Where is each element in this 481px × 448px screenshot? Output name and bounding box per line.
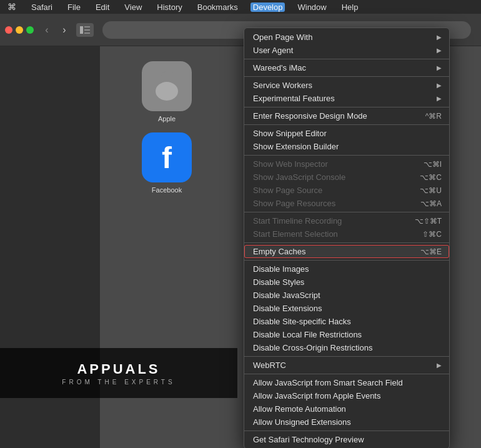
browser-window: ‹ › Apple xyxy=(0,14,481,448)
watermark-tagline: FROM THE EXPERTS xyxy=(62,379,175,386)
traffic-lights xyxy=(5,26,34,34)
menu-show-extension-builder[interactable]: Show Extension Builder xyxy=(244,140,449,153)
menu-disable-styles[interactable]: Disable Styles xyxy=(244,276,449,289)
menubar: ⌘ Safari File Edit View History Bookmark… xyxy=(0,0,481,14)
menu-disable-extensions[interactable]: Disable Extensions xyxy=(244,302,449,315)
forward-button[interactable]: › xyxy=(57,23,71,37)
divider-3 xyxy=(244,107,449,107)
divider-4 xyxy=(244,124,449,125)
menu-show-page-resources[interactable]: Show Page Resources ⌥⌘A xyxy=(244,197,449,210)
menu-start-element-selection[interactable]: Start Element Selection ⇧⌘C xyxy=(244,227,449,241)
watermark: APPUALS FROM THE EXPERTS xyxy=(0,348,237,398)
menu-wareeds-imac[interactable]: Wareed's iMac xyxy=(244,61,449,74)
divider-1 xyxy=(244,59,449,59)
menu-allow-unsigned-extensions[interactable]: Allow Unsigned Extensions xyxy=(244,416,449,429)
sidebar-toggle-button[interactable] xyxy=(76,23,94,37)
menu-disable-cross-origin[interactable]: Disable Cross-Origin Restrictions xyxy=(244,341,449,354)
svg-rect-1 xyxy=(84,26,90,27)
menu-disable-site-specific[interactable]: Disable Site-specific Hacks xyxy=(244,315,449,328)
menu-show-javascript-console[interactable]: Show JavaScript Console ⌥⌘C xyxy=(244,171,449,184)
menu-show-snippet-editor[interactable]: Show Snippet Editor xyxy=(244,127,449,140)
menubar-window[interactable]: Window xyxy=(295,2,329,12)
minimize-button[interactable] xyxy=(16,26,23,34)
menu-disable-javascript[interactable]: Disable JavaScript xyxy=(244,289,449,302)
divider-5 xyxy=(244,155,449,156)
develop-dropdown-menu: Open Page With User Agent Wareed's iMac … xyxy=(244,27,450,448)
menubar-file[interactable]: File xyxy=(65,2,83,12)
menubar-develop[interactable]: Develop xyxy=(250,2,285,12)
svg-rect-0 xyxy=(80,26,83,34)
menu-allow-remote-automation[interactable]: Allow Remote Automation xyxy=(244,402,449,416)
menubar-view[interactable]: View xyxy=(122,2,144,12)
divider-6 xyxy=(244,212,449,212)
menu-user-agent[interactable]: User Agent xyxy=(244,44,449,57)
divider-11 xyxy=(244,431,449,431)
menu-disable-images[interactable]: Disable Images xyxy=(244,262,449,276)
divider-10 xyxy=(244,374,449,374)
apple-icon-img xyxy=(142,61,192,111)
menu-service-workers[interactable]: Service Workers xyxy=(244,79,449,92)
menubar-history[interactable]: History xyxy=(154,2,184,12)
close-button[interactable] xyxy=(5,26,12,34)
facebook-label: Facebook xyxy=(152,186,182,194)
maximize-button[interactable] xyxy=(26,26,34,34)
svg-point-4 xyxy=(156,82,178,101)
menu-empty-caches[interactable]: Empty Caches ⌥⌘E xyxy=(244,245,449,258)
back-button[interactable]: ‹ xyxy=(40,23,54,37)
menu-enter-responsive[interactable]: Enter Responsive Design Mode ^⌘R xyxy=(244,109,449,122)
divider-8 xyxy=(244,260,449,261)
facebook-icon-img: f xyxy=(142,132,192,182)
divider-2 xyxy=(244,76,449,77)
menu-allow-js-apple-events[interactable]: Allow JavaScript from Apple Events xyxy=(244,389,449,402)
menu-open-page-with[interactable]: Open Page With xyxy=(244,31,449,44)
menubar-safari[interactable]: Safari xyxy=(29,2,55,12)
menubar-edit[interactable]: Edit xyxy=(93,2,112,12)
svg-rect-2 xyxy=(84,29,90,31)
menu-experimental-features[interactable]: Experimental Features xyxy=(244,92,449,105)
menu-disable-local-file[interactable]: Disable Local File Restrictions xyxy=(244,328,449,341)
menu-get-safari-preview[interactable]: Get Safari Technology Preview xyxy=(244,433,449,446)
svg-rect-3 xyxy=(84,32,90,34)
app-icon-facebook[interactable]: f Facebook xyxy=(110,132,224,194)
divider-9 xyxy=(244,356,449,357)
menu-show-page-source[interactable]: Show Page Source ⌥⌘U xyxy=(244,184,449,197)
menu-allow-js-smart-search[interactable]: Allow JavaScript from Smart Search Field xyxy=(244,376,449,389)
divider-7 xyxy=(244,242,449,243)
menu-show-web-inspector[interactable]: Show Web Inspector ⌥⌘I xyxy=(244,157,449,171)
menubar-bookmarks[interactable]: Bookmarks xyxy=(195,2,241,12)
menubar-help[interactable]: Help xyxy=(339,2,361,12)
apple-menu[interactable]: ⌘ xyxy=(5,2,19,12)
menu-webrtc[interactable]: WebRTC xyxy=(244,359,449,372)
apple-label: Apple xyxy=(158,115,176,122)
menu-start-timeline[interactable]: Start Timeline Recording ⌥⇧⌘T xyxy=(244,214,449,227)
app-icon-apple[interactable]: Apple xyxy=(110,61,224,122)
watermark-appuals: APPUALS xyxy=(62,361,175,377)
